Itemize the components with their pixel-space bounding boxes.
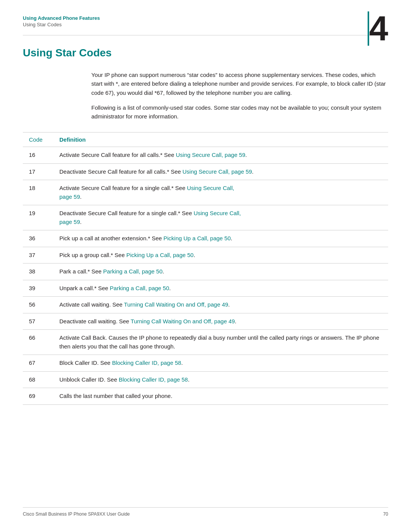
table-cell-def: Activate Secure Call feature for a singl… [53,180,388,205]
table-cell-code: 19 [23,205,53,230]
table-row: 18Activate Secure Call feature for a sin… [23,180,388,205]
table-cell-def: Park a call.* See Parking a Call, page 5… [53,264,388,280]
footer-right: 70 [383,511,388,517]
table-row: 36Pick up a call at another extension.* … [23,230,388,247]
star-codes-table: Code Definition 16Activate Secure Call f… [23,132,388,405]
table-row: 19Deactivate Secure Call feature for a s… [23,205,388,230]
table-cell-code: 69 [23,388,53,405]
table-cell-def: Block Caller ID. See Blocking Caller ID,… [53,355,388,372]
breadcrumb-sub: Using Star Codes [23,22,388,27]
link-page-59-18[interactable]: page 59 [59,193,80,200]
table-cell-code: 36 [23,230,53,247]
table-row: 37Pick up a group call.* See Picking Up … [23,247,388,264]
page-header: Using Advanced Phone Features Using Star… [0,0,411,35]
table-row: 38Park a call.* See Parking a Call, page… [23,264,388,280]
table-cell-code: 57 [23,313,53,330]
table-row: 16Activate Secure Call feature for all c… [23,147,388,164]
intro-paragraph-2: Following is a list of commonly-used sta… [91,103,388,121]
table-row: 17Deactivate Secure Call feature for all… [23,163,388,180]
table-cell-def: Deactivate Secure Call feature for a sin… [53,205,388,230]
table-link-37[interactable]: Picking Up a Call, page 50 [126,252,194,258]
table-link-38[interactable]: Parking a Call, page 50 [103,268,162,275]
breadcrumb-top: Using Advanced Phone Features [23,15,388,21]
page-container: Using Advanced Phone Features Using Star… [0,0,411,532]
table-cell-code: 67 [23,355,53,372]
table-cell-def: Deactivate Secure Call feature for all c… [53,163,388,180]
link-page-59-19[interactable]: page 59 [59,219,80,225]
table-row: 66Activate Call Back. Causes the IP phon… [23,330,388,355]
table-cell-code: 39 [23,280,53,297]
intro-paragraph-1: Your IP phone can support numerous “star… [91,70,388,97]
col-def-header: Definition [53,133,388,147]
header-divider [23,35,388,35]
table-cell-code: 37 [23,247,53,264]
table-link-36[interactable]: Picking Up a Call, page 50 [164,235,231,241]
table-link-39[interactable]: Parking a Call, page 50 [110,285,169,291]
table-cell-def: Unpark a call.* See Parking a Call, page… [53,280,388,297]
table-link-56[interactable]: Turning Call Waiting On and Off, page 49 [124,301,228,308]
table-row: 57Deactivate call waiting. See Turning C… [23,313,388,330]
table-cell-code: 56 [23,297,53,313]
table-row: 39Unpark a call.* See Parking a Call, pa… [23,280,388,297]
main-content: Using Star Codes Your IP phone can suppo… [0,35,411,428]
table-cell-def: Unblock Caller ID. See Blocking Caller I… [53,371,388,388]
table-cell-def: Calls the last number that called your p… [53,388,388,405]
table-link-16[interactable]: Using Secure Call, page 59 [176,152,245,158]
table-link-57[interactable]: Turning Call Waiting On and Off, page 49 [131,318,235,324]
col-code-header: Code [23,133,53,147]
table-cell-def: Activate Call Back. Causes the IP phone … [53,330,388,355]
table-cell-code: 16 [23,147,53,164]
table-cell-def: Pick up a call at another extension.* Se… [53,230,388,247]
table-cell-code: 18 [23,180,53,205]
section-title: Using Star Codes [23,47,388,59]
table-cell-def: Deactivate call waiting. See Turning Cal… [53,313,388,330]
table-row: 56Activate call waiting. See Turning Cal… [23,297,388,313]
table-cell-def: Activate Secure Call feature for all cal… [53,147,388,164]
table-row: 68Unblock Caller ID. See Blocking Caller… [23,371,388,388]
table-row: 67Block Caller ID. See Blocking Caller I… [23,355,388,372]
footer-left: Cisco Small Business IP Phone SPA9XX Use… [23,511,130,517]
table-cell-code: 38 [23,264,53,280]
table-link-17[interactable]: Using Secure Call, page 59 [183,168,252,175]
table-cell-code: 68 [23,371,53,388]
page-footer: Cisco Small Business IP Phone SPA9XX Use… [23,507,388,517]
link-using-secure-call-19[interactable]: Using Secure Call, [194,210,241,216]
table-body: 16Activate Secure Call feature for all c… [23,147,388,405]
intro-text: Your IP phone can support numerous “star… [91,70,388,121]
link-using-secure-call-18[interactable]: Using Secure Call, [187,185,234,191]
table-header-row: Code Definition [23,133,388,147]
table-row: 69Calls the last number that called your… [23,388,388,405]
table-cell-def: Pick up a group call.* See Picking Up a … [53,247,388,264]
table-cell-def: Activate call waiting. See Turning Call … [53,297,388,313]
table-cell-code: 66 [23,330,53,355]
table-cell-code: 17 [23,163,53,180]
table-link-67[interactable]: Blocking Caller ID, page 58 [112,359,181,366]
table-link-68[interactable]: Blocking Caller ID, page 58 [119,376,188,383]
chapter-number: 4 [369,11,388,46]
